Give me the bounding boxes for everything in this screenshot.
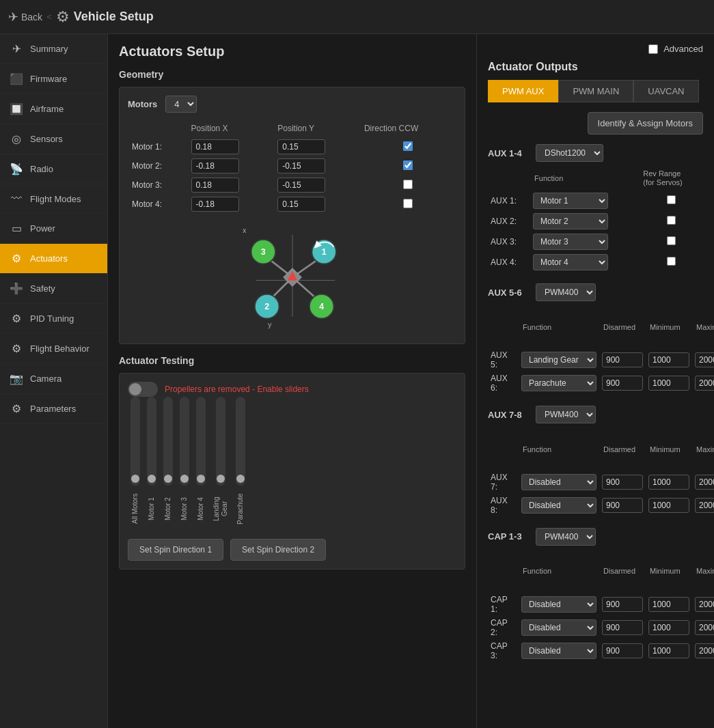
slider-track[interactable]: [216, 397, 225, 486]
sidebar-item-airframe[interactable]: 🔲 Airframe: [0, 94, 107, 124]
aux4-function-select[interactable]: Motor 4: [533, 254, 608, 270]
separator: <: [46, 12, 52, 22]
motor4-ccw[interactable]: [403, 199, 413, 208]
tab-uavcan[interactable]: UAVCAN: [633, 80, 698, 102]
sidebar-item-firmware[interactable]: ⬛ Firmware: [0, 64, 107, 94]
tab-pwm-main[interactable]: PWM MAIN: [558, 80, 633, 102]
aux4-rev-checkbox[interactable]: [667, 257, 676, 266]
cap1-minimum[interactable]: [648, 597, 689, 612]
aux5-maximum[interactable]: [695, 352, 714, 367]
page-title: Actuators Setup: [119, 44, 465, 59]
aux3-function-select[interactable]: Motor 3: [533, 234, 608, 250]
aux7-8-protocol-select[interactable]: PWM400: [536, 406, 596, 423]
sidebar-item-camera[interactable]: 📷 Camera: [0, 364, 107, 394]
slider-track[interactable]: [163, 397, 173, 486]
motor3-pos-x[interactable]: [191, 178, 239, 193]
pid-tuning-icon: ⚙: [10, 312, 23, 325]
aux1-rev-checkbox[interactable]: [667, 195, 676, 204]
slider-track[interactable]: [131, 397, 140, 486]
slider-track[interactable]: [147, 397, 156, 486]
aux2-function-select[interactable]: Motor 2: [533, 213, 608, 229]
aux1-4-protocol-select[interactable]: DShot1200 PWM400: [536, 144, 603, 162]
sidebar-item-summary[interactable]: ✈ Summary: [0, 34, 107, 64]
aux6-disarmed[interactable]: [602, 376, 643, 391]
cap1-maximum[interactable]: [695, 597, 714, 612]
aux5-6-protocol-select[interactable]: PWM400: [536, 283, 596, 301]
cap2-function-select[interactable]: Disabled: [521, 619, 596, 636]
identify-assign-motors-button[interactable]: Identify & Assign Motors: [588, 112, 703, 135]
motor2-pos-y[interactable]: [277, 158, 325, 173]
motor1-pos-x[interactable]: [191, 139, 239, 154]
slider-track[interactable]: [196, 397, 206, 486]
table-row: Motor 1:: [128, 137, 456, 156]
cap3-minimum[interactable]: [648, 643, 689, 658]
cap3-function-select[interactable]: Disabled: [521, 643, 596, 659]
back-button[interactable]: Back: [21, 12, 42, 23]
motor-label: Motor 4:: [128, 195, 187, 214]
advanced-checkbox[interactable]: [648, 44, 658, 54]
cap2-disarmed[interactable]: [602, 620, 643, 635]
drone-diagram: x y: [128, 219, 456, 335]
advanced-row: Advanced: [488, 44, 703, 54]
aux5-disarmed[interactable]: [602, 352, 643, 367]
cap1-function-select[interactable]: Disabled: [521, 596, 596, 613]
motor4-pos-x[interactable]: [191, 197, 239, 212]
table-row: Motor 2:: [128, 156, 456, 176]
sidebar-item-flight-modes[interactable]: 〰 Flight Modes: [0, 184, 107, 214]
aux3-label: AUX 3:: [488, 232, 530, 252]
slider-track[interactable]: [236, 397, 245, 486]
motor1-pos-y[interactable]: [277, 139, 325, 154]
sidebar-item-power[interactable]: ▭ Power: [0, 214, 107, 244]
aux8-minimum[interactable]: [648, 498, 689, 513]
aux8-maximum[interactable]: [695, 498, 714, 513]
set-spin-direction-2-button[interactable]: Set Spin Direction 2: [230, 539, 326, 561]
motor2-ccw[interactable]: [403, 160, 413, 170]
motor4-pos-y[interactable]: [277, 197, 325, 212]
aux6-minimum[interactable]: [648, 376, 689, 391]
geometry-panel: Motors 4 3 6 8 Position X: [119, 87, 465, 344]
aux8-disarmed[interactable]: [602, 498, 643, 513]
aux7-maximum[interactable]: [695, 475, 714, 490]
sidebar-item-sensors[interactable]: ◎ Sensors: [0, 124, 107, 154]
aux7-minimum[interactable]: [648, 475, 689, 490]
set-spin-direction-1-button[interactable]: Set Spin Direction 1: [128, 539, 223, 561]
sidebar-item-radio[interactable]: 📡 Radio: [0, 154, 107, 184]
sidebar-item-pid-tuning[interactable]: ⚙ PID Tuning: [0, 304, 107, 334]
cap1-disarmed[interactable]: [602, 597, 643, 612]
aux7-disarmed[interactable]: [602, 475, 643, 490]
aux5-function-select[interactable]: Landing Gear: [521, 352, 596, 368]
cap3-maximum[interactable]: [695, 643, 714, 658]
cap2-maximum[interactable]: [695, 620, 714, 635]
slider-track[interactable]: [180, 397, 189, 486]
topbar-title: Vehicle Setup: [74, 10, 154, 24]
sidebar-item-actuators[interactable]: ⚙ Actuators: [0, 244, 107, 274]
motor3-ccw[interactable]: [403, 180, 413, 189]
motor1-ccw[interactable]: [403, 141, 413, 151]
tab-pwm-aux[interactable]: PWM AUX: [488, 80, 558, 102]
sidebar-item-flight-behavior[interactable]: ⚙ Flight Behavior: [0, 334, 107, 364]
sidebar-item-parameters[interactable]: ⚙ Parameters: [0, 394, 107, 424]
col-aux-label: [488, 307, 519, 348]
col-minimum: Minimum: [646, 551, 692, 593]
motors-count-select[interactable]: 4 3 6 8: [165, 96, 197, 113]
motor2-pos-x[interactable]: [191, 158, 239, 173]
col-minimum: Minimum: [646, 307, 692, 348]
aux8-function-select[interactable]: Disabled: [521, 497, 596, 514]
enable-toggle[interactable]: [128, 382, 158, 397]
table-row: AUX 5: Landing Gear: [488, 348, 714, 372]
aux2-rev-checkbox[interactable]: [667, 216, 676, 225]
testing-panel: Propellers are removed - Enable sliders …: [119, 373, 465, 570]
sidebar-item-safety[interactable]: ➕ Safety: [0, 274, 107, 304]
aux3-rev-checkbox[interactable]: [667, 236, 676, 245]
cap2-minimum[interactable]: [648, 620, 689, 635]
aux7-function-select[interactable]: Disabled: [521, 474, 596, 490]
cap3-disarmed[interactable]: [602, 643, 643, 658]
axis-x-label: x: [243, 226, 247, 234]
cap1-3-protocol-select[interactable]: PWM400: [536, 528, 596, 546]
aux5-minimum[interactable]: [648, 352, 689, 367]
motor3-pos-y[interactable]: [277, 178, 325, 193]
aux1-function-select[interactable]: Motor 1: [533, 193, 608, 209]
aux6-function-select[interactable]: Parachute: [521, 375, 596, 391]
aux6-maximum[interactable]: [695, 376, 714, 391]
cap1-3-name: CAP 1-3: [488, 531, 529, 542]
